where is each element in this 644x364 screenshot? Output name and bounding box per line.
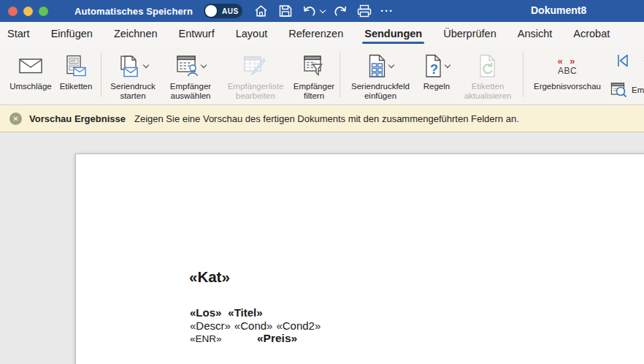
merge-field-cond[interactable]: «Cond»	[234, 319, 273, 332]
preview-results-hint-bar: ✕ Vorschau Ergebnisse Zeigen Sie eine Vo…	[0, 105, 644, 132]
more-icon[interactable]: ···	[380, 7, 394, 15]
undo-icon[interactable]	[301, 3, 318, 19]
document-area: «Kat» «Los»«Titel» «Descr»«Cond»«Cond2» …	[0, 132, 644, 364]
start-mail-merge-icon	[118, 55, 142, 77]
ribbon-group-erstellen: Umschläge Etiketten	[7, 50, 98, 102]
redo-icon[interactable]	[331, 3, 349, 19]
labels-icon	[65, 55, 87, 77]
seriendruckfeld-einfuegen-button[interactable]: Seriendruckfeld einfügen	[343, 50, 418, 102]
envelope-icon	[18, 57, 43, 75]
dropdown-chevron-icon	[142, 61, 148, 67]
update-labels-icon	[478, 54, 497, 78]
regeln-button[interactable]: ? Regeln	[418, 50, 456, 102]
etiketten-aktualisieren-button: Etiketten aktualisieren	[456, 50, 520, 102]
tab-einfuegen[interactable]: Einfügen	[51, 23, 93, 45]
group-divider	[523, 52, 524, 97]
filter-recipients-icon	[303, 55, 325, 77]
umschlaege-button[interactable]: Umschläge	[7, 50, 54, 102]
dismiss-icon[interactable]: ✕	[9, 113, 22, 125]
empfaenger-suchen-button[interactable]: Em	[610, 82, 644, 99]
merge-field-titel[interactable]: «Titel»	[228, 306, 262, 319]
toggle-knob-icon	[205, 5, 217, 17]
toggle-state-label: AUS	[222, 7, 239, 15]
previous-record-button[interactable]	[638, 52, 644, 69]
rules-icon: ?	[424, 54, 443, 78]
tab-ueberpruefen[interactable]: Überprüfen	[443, 23, 497, 45]
ribbon-group-seriendruck-starten: Seriendruck starten	[104, 50, 337, 102]
merge-field-line: «Descr»«Cond»«Cond2»	[190, 319, 321, 333]
undo-dropdown-chevron[interactable]	[320, 7, 326, 13]
merge-field-descr[interactable]: «Descr»	[190, 319, 231, 332]
empfaenger-auswaehlen-button[interactable]: Empfänger auswählen	[161, 50, 220, 102]
merge-field-enr[interactable]: «ENR»	[190, 333, 257, 346]
traffic-lights	[8, 7, 48, 16]
edit-recipient-list-icon	[243, 55, 268, 77]
tab-acrobat[interactable]: Acrobat	[573, 23, 610, 45]
save-icon[interactable]	[277, 3, 294, 19]
tab-zeichnen[interactable]: Zeichnen	[114, 23, 158, 45]
seriendruck-starten-button[interactable]: Seriendruck starten	[104, 50, 161, 102]
home-icon[interactable]	[253, 3, 270, 19]
hint-title: Vorschau Ergebnisse	[29, 113, 126, 124]
group-divider	[340, 52, 340, 97]
document-page[interactable]: «Kat» «Los»«Titel» «Descr»«Cond»«Cond2» …	[75, 153, 644, 364]
merge-field-block: «Los»«Titel» «Descr»«Cond»«Cond2» «ENR»«…	[190, 306, 321, 345]
minimize-window-button[interactable]	[23, 7, 33, 16]
merge-field-cond2[interactable]: «Cond2»	[276, 319, 321, 332]
tab-start[interactable]: Start	[7, 23, 30, 45]
merge-field-line: «Los»«Titel»	[190, 306, 321, 319]
merge-field-line: «ENR»«Preis»	[190, 332, 321, 345]
dropdown-chevron-icon	[444, 61, 450, 67]
insert-merge-field-icon	[367, 54, 387, 78]
preview-results-icon: « » ABC	[557, 56, 577, 76]
empfaenger-filtern-button[interactable]: Empfänger filtern	[291, 50, 337, 102]
ergebnisvorschau-button[interactable]: « » ABC Ergebnisvorschau	[526, 50, 608, 102]
merge-field-kat[interactable]: «Kat»	[189, 268, 230, 286]
hint-message: Zeigen Sie eine Vorschau des fertigen Do…	[134, 113, 519, 124]
first-record-button[interactable]	[614, 52, 632, 69]
word-window: Automatisches Speichern AUS	[0, 0, 644, 364]
tab-referenzen[interactable]: Referenzen	[288, 23, 343, 45]
dropdown-chevron-icon	[388, 61, 394, 67]
merge-field-los[interactable]: «Los»	[190, 306, 221, 319]
document-title: Dokument8	[531, 4, 586, 16]
tab-ansicht[interactable]: Ansicht	[518, 23, 553, 45]
select-recipients-icon	[176, 55, 199, 77]
merge-field-preis[interactable]: «Preis»	[257, 332, 297, 344]
find-recipient-label: Em	[632, 86, 644, 95]
close-window-button[interactable]	[8, 7, 18, 16]
tab-entwurf[interactable]: Entwurf	[179, 23, 215, 45]
titlebar: Automatisches Speichern AUS	[0, 0, 644, 22]
tab-layout[interactable]: Layout	[236, 23, 268, 45]
svg-text:?: ?	[430, 62, 438, 77]
ribbon: Umschläge Etiketten	[0, 45, 644, 105]
ribbon-group-felder: Seriendruckfeld einfügen ? Regeln	[343, 50, 520, 102]
autosave-label: Automatisches Speichern	[74, 6, 193, 17]
find-recipient-icon	[610, 82, 628, 99]
dropdown-chevron-icon	[200, 61, 206, 67]
ribbon-group-vorschau: « » ABC Ergebnisvorschau	[526, 50, 608, 102]
etiketten-button[interactable]: Etiketten	[54, 50, 98, 102]
empfaengerliste-bearbeiten-button: Empfängerliste bearbeiten	[220, 50, 291, 102]
autosave-toggle[interactable]: AUS	[204, 4, 242, 18]
print-icon[interactable]	[356, 3, 373, 19]
tab-sendungen[interactable]: Sendungen	[364, 23, 422, 45]
group-divider	[101, 52, 101, 97]
ribbon-tab-bar: Start Einfügen Zeichnen Entwurf Layout R…	[0, 22, 644, 45]
fullscreen-window-button[interactable]	[39, 7, 48, 16]
